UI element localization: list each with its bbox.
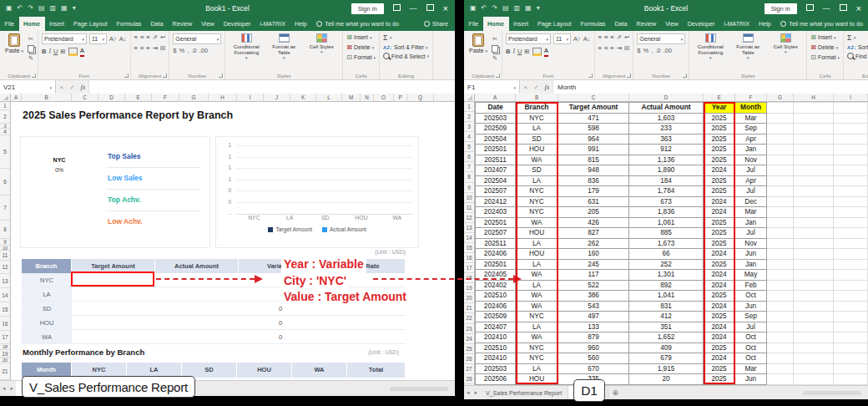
row-header-18[interactable]: 18 xyxy=(0,344,10,350)
copy-icon[interactable] xyxy=(28,45,34,53)
cell-F17[interactable]: May xyxy=(735,270,767,281)
cell-G10[interactable] xyxy=(767,197,794,208)
cell-G24[interactable] xyxy=(767,343,794,354)
cell-E24[interactable]: 2025 xyxy=(704,343,735,354)
row-header-11[interactable]: 11 xyxy=(0,251,10,261)
cell-H26[interactable] xyxy=(794,364,834,375)
percent-format-icon[interactable]: % xyxy=(643,47,648,55)
cell-D5[interactable]: 912 xyxy=(629,145,704,155)
cell-D20[interactable]: 831 xyxy=(629,302,704,312)
cell[interactable] xyxy=(72,316,155,330)
undo-icon[interactable]: ↶ xyxy=(482,0,487,17)
cell-I25[interactable] xyxy=(834,353,868,364)
cell-A17[interactable]: 202405 xyxy=(475,270,516,281)
cell-I23[interactable] xyxy=(834,332,868,343)
cell-A21[interactable]: 202509 xyxy=(475,312,516,322)
format-cells-button[interactable]: ⊡ Format ▾ xyxy=(810,53,840,61)
comma-format-icon[interactable]: , xyxy=(651,47,653,55)
cell-I13[interactable] xyxy=(834,228,868,239)
cell-F23[interactable]: Oct xyxy=(735,332,767,343)
column-header-K[interactable]: K xyxy=(290,94,316,101)
indent-icon[interactable]: ⇥ xyxy=(617,44,622,53)
shrink-font-icon[interactable]: A↓ xyxy=(583,35,591,43)
sheet-nav-left-icon[interactable]: ◂ xyxy=(0,385,8,392)
cell-I10[interactable] xyxy=(834,197,868,208)
column-header-O[interactable]: O xyxy=(374,94,394,101)
column-header-Q[interactable]: Q xyxy=(407,94,434,101)
cell-A12[interactable]: 202501 xyxy=(475,218,516,229)
cell-F8[interactable]: Apr xyxy=(735,176,767,187)
column-header-C[interactable]: C xyxy=(72,94,98,101)
formula-input[interactable] xyxy=(88,80,455,94)
cell-G13[interactable] xyxy=(767,228,794,239)
cell-I7[interactable] xyxy=(834,165,868,176)
cell-A26[interactable]: 202503 xyxy=(475,364,516,375)
cell-A16[interactable]: 202501 xyxy=(475,260,516,271)
cell-E12[interactable]: 2025 xyxy=(704,218,735,229)
cut-icon[interactable]: ✂ xyxy=(492,35,497,43)
format-as-table-button[interactable]: Format as Table ▾ xyxy=(730,33,765,70)
cell-A4[interactable]: 202504 xyxy=(475,134,516,145)
cell-A25[interactable]: 202410 xyxy=(475,353,516,364)
cell-C25[interactable]: 560 xyxy=(558,353,629,364)
cell-H24[interactable] xyxy=(794,343,834,354)
worksheet-data[interactable]: ABCDEFGHI 123456789101112131415161718192… xyxy=(464,94,868,385)
row-header-21[interactable]: 21 xyxy=(0,363,10,380)
cell-B10[interactable]: NYC xyxy=(516,197,558,208)
insert-function-icon[interactable]: fx xyxy=(542,80,553,94)
dialog-launcher-icon[interactable] xyxy=(627,74,631,78)
cell-G27[interactable] xyxy=(767,374,794,385)
cell-C13[interactable]: 827 xyxy=(558,228,629,239)
cell-I26[interactable] xyxy=(834,364,868,375)
cell[interactable]: SD xyxy=(22,302,72,316)
cell-G2[interactable] xyxy=(767,114,794,124)
insert-function-icon[interactable]: fx xyxy=(78,80,88,94)
cell[interactable]: WA xyxy=(22,330,72,344)
cell-G15[interactable] xyxy=(767,249,794,260)
cell-D21[interactable]: 412 xyxy=(629,312,704,322)
row-header-14[interactable]: 14 xyxy=(0,288,10,302)
cell[interactable] xyxy=(322,330,406,344)
cell-F15[interactable]: Jun xyxy=(735,249,767,260)
cell-G17[interactable] xyxy=(767,270,794,281)
row-header-1[interactable]: 1 xyxy=(464,102,474,112)
ribbon-tab-home[interactable]: Home xyxy=(483,17,509,31)
cell-H4[interactable] xyxy=(794,134,834,145)
cell-H27[interactable] xyxy=(794,374,834,385)
cell-E17[interactable]: 2024 xyxy=(704,270,735,281)
cell-C22[interactable]: 133 xyxy=(558,322,629,333)
cell[interactable] xyxy=(322,273,406,287)
column-header-E[interactable]: E xyxy=(704,94,735,101)
cell-F18[interactable]: Feb xyxy=(735,281,767,292)
cell-D11[interactable]: 1,836 xyxy=(629,207,704,218)
cell-C21[interactable]: 497 xyxy=(558,312,629,322)
cell[interactable] xyxy=(155,273,239,287)
cell-I12[interactable] xyxy=(834,218,868,229)
cell-A6[interactable]: 202511 xyxy=(475,155,516,166)
column-header-G[interactable]: G xyxy=(179,94,209,101)
paste-button[interactable]: Paste ▾ xyxy=(467,33,489,70)
new-sheet-icon[interactable]: ⊕ xyxy=(608,388,623,397)
wrap-text-icon[interactable]: ↩ xyxy=(160,33,165,42)
cell-B4[interactable]: SD xyxy=(516,134,558,145)
cell-F12[interactable]: Jan xyxy=(735,218,767,229)
cell-A19[interactable]: 202510 xyxy=(475,291,516,302)
cell-C2[interactable]: 471 xyxy=(558,114,629,124)
cell-G25[interactable] xyxy=(767,353,794,364)
row-header-22[interactable]: 22 xyxy=(464,313,474,323)
column-header-M[interactable]: M xyxy=(342,94,361,101)
cell-D16[interactable]: 252 xyxy=(629,260,704,271)
align-left-icon[interactable]: ≡ xyxy=(598,44,602,53)
grow-font-icon[interactable]: A↑ xyxy=(573,35,581,43)
cell-I22[interactable] xyxy=(834,322,868,333)
cell-C19[interactable]: 386 xyxy=(558,291,629,302)
ribbon-tab-home[interactable]: Home xyxy=(19,17,45,31)
cell-I27[interactable] xyxy=(834,374,868,385)
borders-icon[interactable]: ⊞ xyxy=(524,48,529,56)
ribbon-tab-help[interactable]: Help xyxy=(290,17,312,31)
cell-I19[interactable] xyxy=(834,291,868,302)
cell-A11[interactable]: 202403 xyxy=(475,207,516,218)
column-header-F[interactable]: F xyxy=(152,94,179,101)
merge-center-icon[interactable]: ⊟ xyxy=(160,44,165,53)
ribbon-tab-view[interactable]: View xyxy=(661,17,683,31)
